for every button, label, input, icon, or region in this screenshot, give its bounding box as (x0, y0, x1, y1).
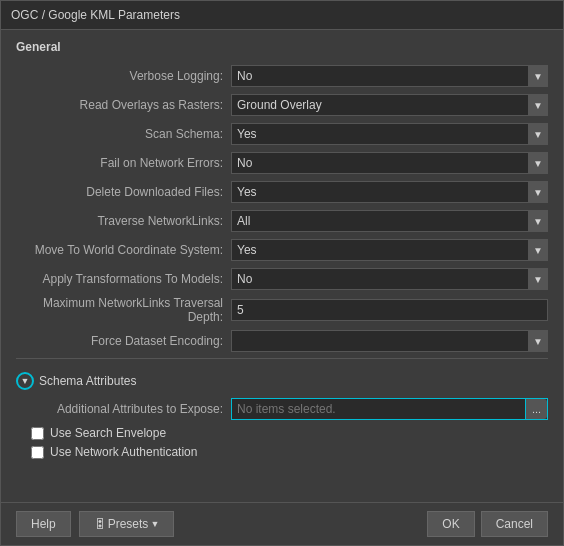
form-row-label: Apply Transformations To Models: (16, 272, 231, 286)
form-select[interactable]: YesNo (231, 123, 548, 145)
form-row: Move To World Coordinate System:YesNo▼ (16, 238, 548, 262)
select-wrapper: YesNo▼ (231, 123, 548, 145)
additional-attributes-label: Additional Attributes to Expose: (16, 402, 231, 416)
form-row-label: Force Dataset Encoding: (16, 334, 231, 348)
help-button[interactable]: Help (16, 511, 71, 537)
form-select[interactable]: NoYes (231, 268, 548, 290)
checkbox-input[interactable] (31, 427, 44, 440)
form-select[interactable]: NoYes (231, 152, 548, 174)
form-row-label: Read Overlays as Rasters: (16, 98, 231, 112)
footer-right: OK Cancel (427, 511, 548, 537)
schema-section: ▼ Schema Attributes Additional Attribute… (16, 358, 548, 459)
form-row: Verbose Logging:NoYes▼ (16, 64, 548, 88)
checkboxes-container: Use Search EnvelopeUse Network Authentic… (16, 426, 548, 459)
form-row: Apply Transformations To Models:NoYes▼ (16, 267, 548, 291)
footer-left: Help 🎛 Presets ▼ (16, 511, 174, 537)
checkbox-row: Use Search Envelope (16, 426, 548, 440)
dialog: OGC / Google KML Parameters General Verb… (0, 0, 564, 546)
checkbox-input[interactable] (31, 446, 44, 459)
select-wrapper: Ground OverlayYesNo▼ (231, 94, 548, 116)
form-row: Read Overlays as Rasters:Ground OverlayY… (16, 93, 548, 117)
form-select[interactable] (231, 330, 548, 352)
form-row: Maximum NetworkLinks Traversal Depth: (16, 296, 548, 324)
footer: Help 🎛 Presets ▼ OK Cancel (1, 502, 563, 545)
form-row-label: Traverse NetworkLinks: (16, 214, 231, 228)
collapse-icon: ▼ (16, 372, 34, 390)
content-area: General Verbose Logging:NoYes▼Read Overl… (1, 30, 563, 502)
form-row-label: Scan Schema: (16, 127, 231, 141)
checkbox-label: Use Search Envelope (50, 426, 166, 440)
form-select[interactable]: NoYes (231, 65, 548, 87)
form-row: Fail on Network Errors:NoYes▼ (16, 151, 548, 175)
checkbox-label: Use Network Authentication (50, 445, 197, 459)
form-select[interactable]: AllNone (231, 210, 548, 232)
cancel-button[interactable]: Cancel (481, 511, 548, 537)
select-wrapper: YesNo▼ (231, 181, 548, 203)
form-row: Force Dataset Encoding:▼ (16, 329, 548, 353)
additional-attributes-row: Additional Attributes to Expose: ... (16, 398, 548, 420)
form-row: Delete Downloaded Files:YesNo▼ (16, 180, 548, 204)
presets-button[interactable]: 🎛 Presets ▼ (79, 511, 175, 537)
select-wrapper: NoYes▼ (231, 152, 548, 174)
form-row-label: Delete Downloaded Files: (16, 185, 231, 199)
dialog-title: OGC / Google KML Parameters (11, 8, 180, 22)
form-select[interactable]: YesNo (231, 181, 548, 203)
form-text-input[interactable] (231, 299, 548, 321)
select-wrapper: AllNone▼ (231, 210, 548, 232)
form-row: Traverse NetworkLinks:AllNone▼ (16, 209, 548, 233)
additional-attributes-button[interactable]: ... (525, 399, 547, 419)
presets-arrow-icon: ▼ (150, 519, 159, 529)
form-row: Scan Schema:YesNo▼ (16, 122, 548, 146)
form-row-label: Maximum NetworkLinks Traversal Depth: (16, 296, 231, 324)
checkbox-row: Use Network Authentication (16, 445, 548, 459)
schema-attributes-header[interactable]: ▼ Schema Attributes (16, 372, 548, 390)
select-wrapper: NoYes▼ (231, 268, 548, 290)
title-bar: OGC / Google KML Parameters (1, 1, 563, 30)
select-wrapper: ▼ (231, 330, 548, 352)
collapse-arrow: ▼ (21, 376, 30, 386)
general-section-label: General (16, 40, 548, 56)
form-row-label: Verbose Logging: (16, 69, 231, 83)
form-select[interactable]: Ground OverlayYesNo (231, 94, 548, 116)
schema-attributes-label: Schema Attributes (39, 374, 136, 388)
ok-button[interactable]: OK (427, 511, 474, 537)
select-wrapper: YesNo▼ (231, 239, 548, 261)
presets-icon: 🎛 (94, 517, 106, 531)
select-wrapper: NoYes▼ (231, 65, 548, 87)
form-row-label: Fail on Network Errors: (16, 156, 231, 170)
form-row-label: Move To World Coordinate System: (16, 243, 231, 257)
additional-attributes-input-wrapper: ... (231, 398, 548, 420)
presets-label: Presets (108, 517, 149, 531)
form-rows-container: Verbose Logging:NoYes▼Read Overlays as R… (16, 64, 548, 353)
additional-attributes-input[interactable] (232, 400, 525, 418)
form-select[interactable]: YesNo (231, 239, 548, 261)
